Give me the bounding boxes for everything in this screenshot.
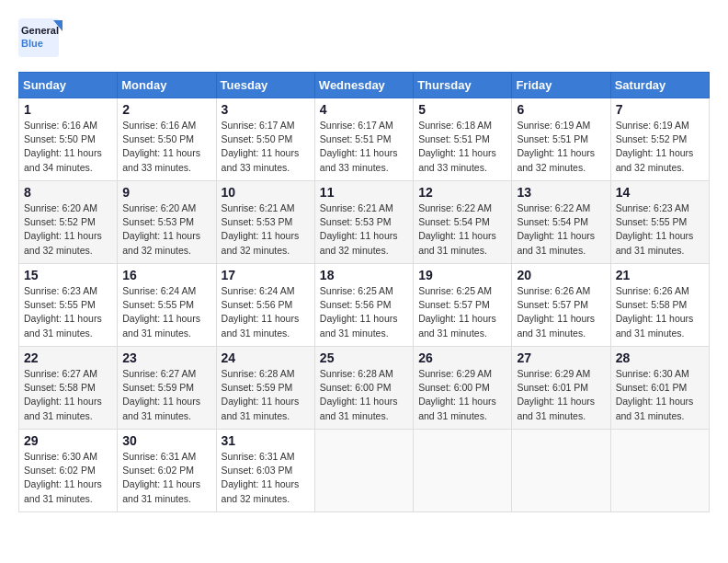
day-number: 3: [222, 102, 310, 117]
calendar-cell: 14Sunrise: 6:23 AMSunset: 5:55 PMDayligh…: [610, 181, 709, 264]
calendar-cell: 30Sunrise: 6:31 AMSunset: 6:02 PMDayligh…: [118, 430, 216, 512]
day-number: 27: [517, 350, 605, 365]
day-info: Sunrise: 6:17 AMSunset: 5:50 PMDaylight:…: [222, 119, 310, 175]
day-number: 14: [616, 185, 704, 200]
calendar-week-row: 29Sunrise: 6:30 AMSunset: 6:02 PMDayligh…: [19, 430, 710, 512]
day-number: 20: [517, 268, 605, 282]
day-info: Sunrise: 6:21 AMSunset: 5:53 PMDaylight:…: [222, 201, 310, 258]
calendar-cell: 5Sunrise: 6:18 AMSunset: 5:51 PMDaylight…: [414, 98, 512, 181]
calendar-cell: 19Sunrise: 6:25 AMSunset: 5:57 PMDayligh…: [414, 264, 512, 347]
calendar-cell: 16Sunrise: 6:24 AMSunset: 5:55 PMDayligh…: [118, 264, 216, 347]
calendar-cell: [610, 430, 709, 512]
day-info: Sunrise: 6:24 AMSunset: 5:55 PMDaylight:…: [122, 284, 210, 340]
day-info: Sunrise: 6:29 AMSunset: 6:00 PMDaylight:…: [418, 367, 506, 423]
calendar-cell: 22Sunrise: 6:27 AMSunset: 5:58 PMDayligh…: [19, 347, 118, 430]
day-number: 13: [517, 185, 605, 200]
calendar-cell: [314, 430, 413, 512]
day-number: 22: [24, 350, 112, 365]
day-number: 17: [222, 268, 310, 282]
calendar-week-row: 22Sunrise: 6:27 AMSunset: 5:58 PMDayligh…: [19, 347, 710, 430]
calendar-cell: 11Sunrise: 6:21 AMSunset: 5:53 PMDayligh…: [314, 181, 413, 264]
day-number: 12: [418, 185, 506, 200]
calendar-cell: 9Sunrise: 6:20 AMSunset: 5:53 PMDaylight…: [118, 181, 216, 264]
calendar-cell: 21Sunrise: 6:26 AMSunset: 5:58 PMDayligh…: [610, 264, 709, 347]
day-info: Sunrise: 6:19 AMSunset: 5:51 PMDaylight:…: [517, 119, 605, 175]
day-number: 4: [320, 102, 408, 117]
calendar-cell: 28Sunrise: 6:30 AMSunset: 6:01 PMDayligh…: [610, 347, 709, 430]
day-number: 7: [616, 102, 704, 117]
day-number: 15: [24, 268, 112, 282]
day-info: Sunrise: 6:17 AMSunset: 5:51 PMDaylight:…: [320, 119, 408, 175]
calendar-cell: 10Sunrise: 6:21 AMSunset: 5:53 PMDayligh…: [216, 181, 314, 264]
calendar-cell: 12Sunrise: 6:22 AMSunset: 5:54 PMDayligh…: [414, 181, 512, 264]
svg-text:General: General: [21, 25, 59, 36]
calendar-cell: [414, 430, 512, 512]
day-info: Sunrise: 6:30 AMSunset: 6:02 PMDaylight:…: [24, 450, 112, 506]
day-number: 1: [24, 102, 112, 117]
day-info: Sunrise: 6:22 AMSunset: 5:54 PMDaylight:…: [517, 201, 605, 258]
day-info: Sunrise: 6:19 AMSunset: 5:52 PMDaylight:…: [616, 119, 704, 175]
day-info: Sunrise: 6:25 AMSunset: 5:56 PMDaylight:…: [320, 284, 408, 340]
day-info: Sunrise: 6:28 AMSunset: 5:59 PMDaylight:…: [222, 367, 310, 423]
calendar-cell: [512, 430, 610, 512]
day-info: Sunrise: 6:20 AMSunset: 5:52 PMDaylight:…: [24, 201, 112, 258]
day-info: Sunrise: 6:16 AMSunset: 5:50 PMDaylight:…: [122, 119, 210, 175]
calendar-cell: 25Sunrise: 6:28 AMSunset: 6:00 PMDayligh…: [314, 347, 413, 430]
day-number: 29: [24, 433, 112, 448]
day-number: 31: [222, 433, 310, 448]
calendar-cell: 1Sunrise: 6:16 AMSunset: 5:50 PMDaylight…: [19, 98, 118, 181]
calendar-week-row: 8Sunrise: 6:20 AMSunset: 5:52 PMDaylight…: [19, 181, 710, 264]
calendar-cell: 4Sunrise: 6:17 AMSunset: 5:51 PMDaylight…: [314, 98, 413, 181]
day-info: Sunrise: 6:26 AMSunset: 5:57 PMDaylight:…: [517, 284, 605, 340]
day-number: 11: [320, 185, 408, 200]
calendar-week-row: 1Sunrise: 6:16 AMSunset: 5:50 PMDaylight…: [19, 98, 710, 181]
calendar-header-row: SundayMondayTuesdayWednesdayThursdayFrid…: [19, 73, 710, 98]
calendar-cell: 15Sunrise: 6:23 AMSunset: 5:55 PMDayligh…: [19, 264, 118, 347]
day-number: 26: [418, 350, 506, 365]
calendar-week-row: 15Sunrise: 6:23 AMSunset: 5:55 PMDayligh…: [19, 264, 710, 347]
calendar-cell: 7Sunrise: 6:19 AMSunset: 5:52 PMDaylight…: [610, 98, 709, 181]
day-info: Sunrise: 6:22 AMSunset: 5:54 PMDaylight:…: [418, 201, 506, 258]
col-header-monday: Monday: [118, 73, 216, 98]
col-header-sunday: Sunday: [19, 73, 118, 98]
day-number: 2: [122, 102, 210, 117]
calendar-cell: 17Sunrise: 6:24 AMSunset: 5:56 PMDayligh…: [216, 264, 314, 347]
calendar-cell: 3Sunrise: 6:17 AMSunset: 5:50 PMDaylight…: [216, 98, 314, 181]
day-info: Sunrise: 6:25 AMSunset: 5:57 PMDaylight:…: [418, 284, 506, 340]
day-number: 6: [517, 102, 605, 117]
day-info: Sunrise: 6:26 AMSunset: 5:58 PMDaylight:…: [616, 284, 704, 340]
svg-text:Blue: Blue: [21, 38, 43, 49]
calendar-cell: 13Sunrise: 6:22 AMSunset: 5:54 PMDayligh…: [512, 181, 610, 264]
day-number: 8: [24, 185, 112, 200]
day-info: Sunrise: 6:30 AMSunset: 6:01 PMDaylight:…: [616, 367, 704, 423]
day-number: 5: [418, 102, 506, 117]
header: General Blue: [18, 18, 710, 57]
calendar-cell: 23Sunrise: 6:27 AMSunset: 5:59 PMDayligh…: [118, 347, 216, 430]
day-info: Sunrise: 6:16 AMSunset: 5:50 PMDaylight:…: [24, 119, 112, 175]
calendar-cell: 8Sunrise: 6:20 AMSunset: 5:52 PMDaylight…: [19, 181, 118, 264]
col-header-friday: Friday: [512, 73, 610, 98]
calendar-cell: 2Sunrise: 6:16 AMSunset: 5:50 PMDaylight…: [118, 98, 216, 181]
day-info: Sunrise: 6:27 AMSunset: 5:58 PMDaylight:…: [24, 367, 112, 423]
col-header-thursday: Thursday: [414, 73, 512, 98]
col-header-tuesday: Tuesday: [216, 73, 314, 98]
day-number: 24: [222, 350, 310, 365]
logo: General Blue: [18, 18, 64, 57]
day-info: Sunrise: 6:23 AMSunset: 5:55 PMDaylight:…: [24, 284, 112, 340]
day-info: Sunrise: 6:21 AMSunset: 5:53 PMDaylight:…: [320, 201, 408, 258]
calendar-cell: 26Sunrise: 6:29 AMSunset: 6:00 PMDayligh…: [414, 347, 512, 430]
day-info: Sunrise: 6:27 AMSunset: 5:59 PMDaylight:…: [122, 367, 210, 423]
logo-svg: General Blue: [18, 18, 64, 57]
col-header-saturday: Saturday: [610, 73, 709, 98]
day-info: Sunrise: 6:23 AMSunset: 5:55 PMDaylight:…: [616, 201, 704, 258]
day-info: Sunrise: 6:31 AMSunset: 6:03 PMDaylight:…: [222, 450, 310, 506]
calendar-cell: 6Sunrise: 6:19 AMSunset: 5:51 PMDaylight…: [512, 98, 610, 181]
day-number: 16: [122, 268, 210, 282]
day-number: 18: [320, 268, 408, 282]
day-number: 25: [320, 350, 408, 365]
calendar-cell: 27Sunrise: 6:29 AMSunset: 6:01 PMDayligh…: [512, 347, 610, 430]
day-number: 21: [616, 268, 704, 282]
calendar: SundayMondayTuesdayWednesdayThursdayFrid…: [18, 72, 710, 512]
calendar-cell: 20Sunrise: 6:26 AMSunset: 5:57 PMDayligh…: [512, 264, 610, 347]
day-info: Sunrise: 6:18 AMSunset: 5:51 PMDaylight:…: [418, 119, 506, 175]
